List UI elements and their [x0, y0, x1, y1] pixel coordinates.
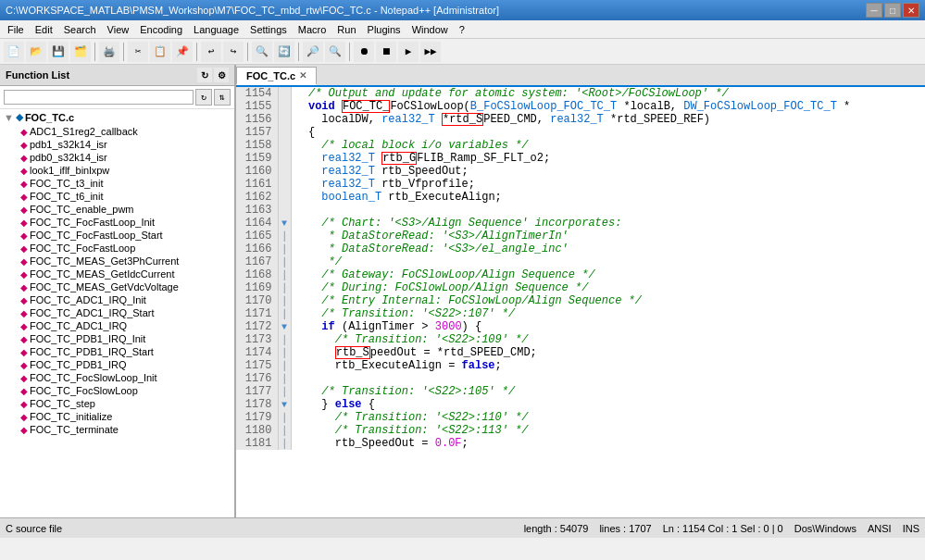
line-code[interactable]: /* local block i/o variables */	[291, 139, 925, 152]
fold-indicator[interactable]	[278, 100, 291, 113]
menu-run[interactable]: Run	[331, 22, 361, 37]
line-code[interactable]: /* Gateway: FoCSlowLoop/Align Sequence *…	[291, 268, 925, 281]
tb-macro-rec[interactable]: ⏺	[354, 42, 374, 62]
table-row[interactable]: 1166│ * DataStoreRead: '<S3>/el_angle_in…	[236, 243, 925, 255]
fl-item[interactable]: ◆FOC_TC_ADC1_IRQ_Init	[0, 293, 234, 306]
tb-zoom-in[interactable]: 🔎	[303, 42, 323, 62]
line-code[interactable]: */	[291, 255, 925, 268]
table-row[interactable]: 1169│ /* During: FoCSlowLoop/Align Seque…	[236, 281, 925, 294]
fold-indicator[interactable]	[278, 152, 291, 165]
line-code[interactable]: localDW, real32_T *rtd_SPEED_CMD, real32…	[291, 113, 925, 126]
fold-indicator[interactable]: │	[278, 281, 291, 294]
tb-saveall[interactable]: 🗂️	[70, 42, 91, 62]
table-row[interactable]: 1174│ rtb_SpeedOut = *rtd_SPEED_CMD;	[236, 346, 925, 359]
menu-search[interactable]: Search	[58, 22, 102, 37]
line-code[interactable]: rtb_SpeedOut = 0.0F;	[291, 437, 925, 450]
fl-item[interactable]: ◆FOC_TC_terminate	[0, 423, 234, 436]
table-row[interactable]: 1161 real32_T rtb_Vfprofile;	[236, 178, 925, 191]
fl-root-item[interactable]: ▼ ◆ FOC_TC.c	[0, 109, 234, 125]
table-row[interactable]: 1168│ /* Gateway: FoCSlowLoop/Align Sequ…	[236, 268, 925, 281]
tb-redo[interactable]: ↪	[223, 42, 244, 62]
table-row[interactable]: 1160 real32_T rtb_SpeedOut;	[236, 165, 925, 178]
fold-indicator[interactable]: ▼	[278, 398, 291, 411]
table-row[interactable]: 1159 real32_T rtb_GFLIB_Ramp_SF_FLT_o2;	[236, 152, 925, 165]
fl-item[interactable]: ◆FOC_TC_ADC1_IRQ_Start	[0, 306, 234, 319]
tab-foc-tc[interactable]: FOC_TC.c ✕	[236, 67, 317, 85]
fold-indicator[interactable]: │	[278, 385, 291, 398]
fold-indicator[interactable]: │	[278, 268, 291, 281]
line-code[interactable]: rtb_ExecuteAlign = false;	[291, 359, 925, 372]
tb-zoom-out[interactable]: 🔍	[325, 42, 345, 62]
line-code[interactable]: {	[291, 126, 925, 139]
tb-macro-run[interactable]: ▶▶	[420, 42, 441, 62]
line-code[interactable]	[291, 204, 925, 217]
table-row[interactable]: 1155 void FOC_TC_FoCSlowLoop(B_FoCSlowLo…	[236, 100, 925, 113]
menu-file[interactable]: File	[2, 22, 30, 37]
table-row[interactable]: 1181│ rtb_SpeedOut = 0.0F;	[236, 437, 925, 450]
fl-item[interactable]: ◆pdb1_s32k14_isr	[0, 138, 234, 151]
fold-indicator[interactable]: ▼	[278, 217, 291, 230]
fold-indicator[interactable]: │	[278, 307, 291, 320]
fold-indicator[interactable]: │	[278, 359, 291, 372]
tb-cut[interactable]: ✂️	[128, 42, 148, 62]
fold-indicator[interactable]: │	[278, 424, 291, 437]
fold-indicator[interactable]: │	[278, 255, 291, 268]
fold-indicator[interactable]: │	[278, 411, 291, 424]
tb-undo[interactable]: ↩	[201, 42, 221, 62]
fl-item[interactable]: ◆FOC_TC_PDB1_IRQ	[0, 358, 234, 371]
line-code[interactable]: boolean_T rtb_ExecuteAlign;	[291, 191, 925, 204]
table-row[interactable]: 1177│ /* Transition: '<S22>:105' */	[236, 385, 925, 398]
line-code[interactable]: /* Transition: '<S22>:107' */	[291, 307, 925, 320]
line-code[interactable]: real32_T rtb_GFLIB_Ramp_SF_FLT_o2;	[291, 152, 925, 165]
menu-window[interactable]: Window	[406, 22, 454, 37]
menu-view[interactable]: View	[102, 22, 135, 37]
table-row[interactable]: 1178▼ } else {	[236, 398, 925, 411]
table-row[interactable]: 1162 boolean_T rtb_ExecuteAlign;	[236, 191, 925, 204]
table-row[interactable]: 1171│ /* Transition: '<S22>:107' */	[236, 307, 925, 320]
table-row[interactable]: 1167│ */	[236, 255, 925, 268]
menu-encoding[interactable]: Encoding	[134, 22, 188, 37]
fl-item[interactable]: ◆FOC_TC_FocFastLoop	[0, 242, 234, 255]
fold-indicator[interactable]: │	[278, 346, 291, 359]
table-row[interactable]: 1175│ rtb_ExecuteAlign = false;	[236, 359, 925, 372]
fold-indicator[interactable]: │	[278, 243, 291, 255]
menu-settings[interactable]: Settings	[244, 22, 293, 37]
sidebar-search-btn[interactable]: ↻	[195, 89, 212, 106]
menu-language[interactable]: Language	[188, 22, 244, 37]
fold-indicator[interactable]: │	[278, 294, 291, 307]
line-code[interactable]: /* Transition: '<S22>:113' */	[291, 424, 925, 437]
fl-item[interactable]: ◆FOC_TC_MEAS_GetVdcVoltage	[0, 280, 234, 293]
fl-item[interactable]: ◆FOC_TC_enable_pwm	[0, 203, 234, 216]
tb-new[interactable]: 📄	[4, 42, 24, 62]
fl-item[interactable]: ◆FOC_TC_ADC1_IRQ	[0, 319, 234, 332]
fold-indicator[interactable]	[278, 139, 291, 152]
line-code[interactable]: real32_T rtb_Vfprofile;	[291, 178, 925, 191]
menu-plugins[interactable]: Plugins	[362, 22, 406, 37]
fl-item[interactable]: ◆FOC_TC_FocSlowLoop_Init	[0, 371, 234, 384]
table-row[interactable]: 1173│ /* Transition: '<S22>:109' */	[236, 333, 925, 346]
line-code[interactable]: /* During: FoCSlowLoop/Align Sequence */	[291, 281, 925, 294]
tb-macro-play[interactable]: ▶	[398, 42, 419, 62]
fl-item[interactable]: ◆FOC_TC_MEAS_GetIdcCurrent	[0, 268, 234, 280]
line-code[interactable]: * DataStoreRead: '<S3>/AlignTimerIn'	[291, 230, 925, 243]
fl-item[interactable]: ◆ADC1_S1reg2_callback	[0, 125, 234, 138]
line-code[interactable]: /* Transition: '<S22>:110' */	[291, 411, 925, 424]
fold-indicator[interactable]	[278, 178, 291, 191]
table-row[interactable]: 1163	[236, 204, 925, 217]
sidebar-refresh[interactable]: ↻	[197, 68, 212, 82]
fl-item[interactable]: ◆FOC_TC_step	[0, 397, 234, 410]
table-row[interactable]: 1165│ * DataStoreRead: '<S3>/AlignTimerI…	[236, 230, 925, 243]
line-code[interactable]: /* Entry Internal: FoCSlowLoop/Align Seq…	[291, 294, 925, 307]
table-row[interactable]: 1170│ /* Entry Internal: FoCSlowLoop/Ali…	[236, 294, 925, 307]
fl-item[interactable]: ◆FOC_TC_FocFastLoop_Start	[0, 229, 234, 242]
line-code[interactable]: rtb_SpeedOut = *rtd_SPEED_CMD;	[291, 346, 925, 359]
table-row[interactable]: 1156 localDW, real32_T *rtd_SPEED_CMD, r…	[236, 113, 925, 126]
fl-item[interactable]: ◆FOC_TC_PDB1_IRQ_Start	[0, 345, 234, 358]
table-row[interactable]: 1172▼ if (AlignTimer > 3000) {	[236, 320, 925, 333]
fl-item[interactable]: ◆pdb0_s32k14_isr	[0, 151, 234, 164]
table-row[interactable]: 1176│	[236, 372, 925, 385]
fl-item[interactable]: ◆look1_iflf_binlxpw	[0, 164, 234, 177]
code-content[interactable]: 1154 /* Output and update for atomic sys…	[236, 87, 925, 517]
table-row[interactable]: 1158 /* local block i/o variables */	[236, 139, 925, 152]
maximize-button[interactable]: □	[884, 3, 901, 18]
